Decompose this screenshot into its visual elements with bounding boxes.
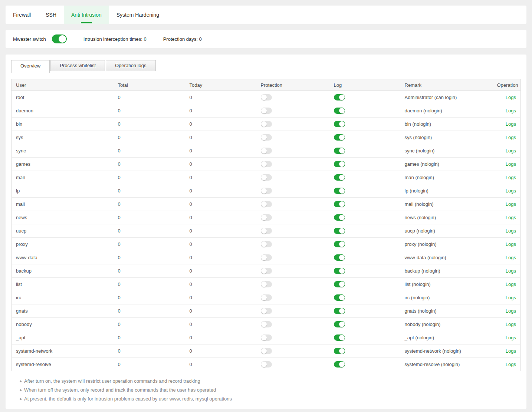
subtab-overview[interactable]: Overview [11, 60, 50, 73]
logs-link[interactable]: Logs [506, 161, 516, 167]
log-toggle[interactable] [334, 281, 345, 287]
log-toggle[interactable] [334, 334, 345, 341]
protection-toggle[interactable] [261, 134, 272, 141]
log-toggle[interactable] [334, 214, 345, 221]
log-toggle[interactable] [334, 134, 345, 141]
log-toggle[interactable] [334, 188, 345, 194]
subtab-operation-logs[interactable]: Operation logs [106, 60, 156, 71]
logs-link[interactable]: Logs [506, 95, 516, 100]
today-cell: 0 [185, 184, 256, 198]
protection-toggle[interactable] [261, 348, 272, 354]
log-cell [329, 131, 400, 144]
operation-cell: Logs [493, 104, 521, 118]
remark-cell: daemon (nologin) [400, 104, 493, 118]
operation-cell: Logs [493, 251, 521, 264]
logs-link[interactable]: Logs [506, 215, 516, 220]
protection-toggle[interactable] [261, 201, 272, 207]
toggle-knob [339, 161, 345, 167]
subtab-process-whitelist[interactable]: Process whitelist [50, 60, 105, 71]
today-cell: 0 [185, 171, 256, 184]
toggle-knob [261, 228, 267, 234]
log-cell [329, 358, 400, 371]
log-toggle[interactable] [334, 174, 345, 181]
tab-anti-intrusion[interactable]: Anti Intrusion [64, 6, 109, 24]
logs-link[interactable]: Logs [506, 255, 516, 260]
log-toggle[interactable] [334, 201, 345, 207]
tab-system-hardening[interactable]: System Hardening [109, 6, 167, 24]
logs-link[interactable]: Logs [506, 281, 516, 287]
logs-link[interactable]: Logs [506, 135, 516, 140]
log-toggle[interactable] [334, 241, 345, 247]
total-cell: 0 [114, 91, 185, 104]
toggle-knob [261, 135, 267, 140]
today-cell: 0 [185, 238, 256, 251]
logs-link[interactable]: Logs [506, 188, 516, 194]
protection-cell [256, 131, 329, 144]
log-toggle[interactable] [334, 361, 345, 367]
protection-toggle[interactable] [261, 161, 272, 167]
log-toggle[interactable] [334, 294, 345, 301]
toggle-knob [339, 215, 345, 220]
protection-cell [256, 291, 329, 304]
toggle-knob [261, 241, 267, 247]
log-toggle[interactable] [334, 254, 345, 261]
divider [75, 36, 75, 42]
protection-toggle[interactable] [261, 294, 272, 301]
protection-toggle[interactable] [261, 321, 272, 327]
protection-cell [256, 331, 329, 345]
log-toggle[interactable] [334, 94, 345, 100]
remark-cell: sys (nologin) [400, 131, 493, 144]
protection-toggle[interactable] [261, 148, 272, 154]
logs-link[interactable]: Logs [506, 241, 516, 247]
protection-toggle[interactable] [261, 108, 272, 114]
log-toggle[interactable] [334, 321, 345, 327]
log-toggle[interactable] [334, 228, 345, 234]
total-cell: 0 [114, 331, 185, 345]
master-switch-toggle[interactable] [52, 34, 67, 43]
logs-link[interactable]: Logs [506, 268, 516, 274]
logs-link[interactable]: Logs [506, 108, 516, 113]
logs-link[interactable]: Logs [506, 175, 516, 180]
protection-toggle[interactable] [261, 228, 272, 234]
toggle-knob [261, 335, 267, 340]
logs-link[interactable]: Logs [506, 228, 516, 234]
logs-link[interactable]: Logs [506, 322, 516, 327]
toggle-knob [261, 148, 267, 154]
logs-link[interactable]: Logs [506, 362, 516, 367]
logs-link[interactable]: Logs [506, 201, 516, 207]
remark-cell: news (nologin) [400, 211, 493, 224]
logs-link[interactable]: Logs [506, 335, 516, 340]
protection-toggle[interactable] [261, 361, 272, 367]
protection-days-text: Protection days: 0 [163, 36, 202, 42]
protection-toggle[interactable] [261, 308, 272, 314]
tab-firewall[interactable]: Firewall [6, 6, 38, 24]
protection-toggle[interactable] [261, 241, 272, 247]
logs-link[interactable]: Logs [506, 295, 516, 300]
protection-toggle[interactable] [261, 174, 272, 181]
logs-link[interactable]: Logs [506, 148, 516, 154]
logs-link[interactable]: Logs [506, 348, 516, 354]
log-toggle[interactable] [334, 121, 345, 127]
protection-toggle[interactable] [261, 254, 272, 261]
log-cell [329, 264, 400, 278]
tab-ssh[interactable]: SSH [38, 6, 64, 24]
protection-toggle[interactable] [261, 268, 272, 274]
log-toggle[interactable] [334, 108, 345, 114]
protection-toggle[interactable] [261, 121, 272, 127]
logs-link[interactable]: Logs [506, 308, 516, 314]
log-toggle[interactable] [334, 148, 345, 154]
protection-cell [256, 345, 329, 358]
protection-toggle[interactable] [261, 188, 272, 194]
protection-toggle[interactable] [261, 94, 272, 100]
log-toggle[interactable] [334, 161, 345, 167]
protection-toggle[interactable] [261, 214, 272, 221]
table-row: man00man (nologin)Logs [12, 171, 521, 184]
log-toggle[interactable] [334, 348, 345, 354]
today-cell: 0 [185, 118, 256, 131]
log-toggle[interactable] [334, 268, 345, 274]
logs-link[interactable]: Logs [506, 121, 516, 127]
log-toggle[interactable] [334, 308, 345, 314]
table-row: games00games (nologin)Logs [12, 158, 521, 171]
protection-toggle[interactable] [261, 334, 272, 341]
protection-toggle[interactable] [261, 281, 272, 287]
